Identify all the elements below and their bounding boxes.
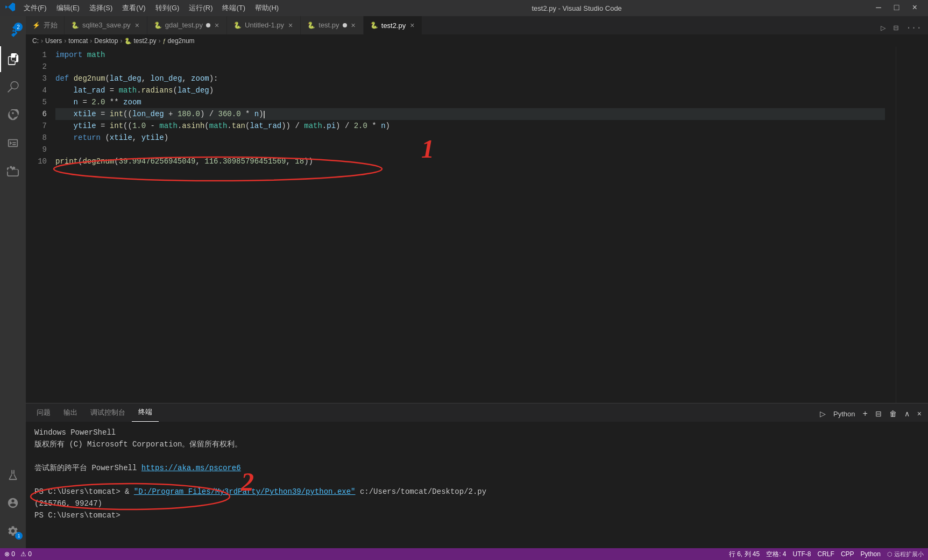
code-line-6: xtile = int((lon_deg + 180.0) / 360.0 * … [55,108,885,120]
status-spaces[interactable]: 空格: 4 [766,550,786,559]
tab-untitled-icon: 🐍 [233,22,242,29]
menu-terminal[interactable]: 终端(T) [218,2,250,14]
minimap-canvas [896,47,928,403]
panel-up-button[interactable]: ∧ [902,408,912,419]
tab-sqlite3-close[interactable]: × [134,20,140,30]
menu-help[interactable]: 帮助(H) [251,2,283,14]
tab-sqlite3-icon: 🐍 [71,22,79,29]
annotation-oval-2 [28,480,232,513]
line-num-6: 6 [26,108,47,120]
main-area: 2 [0,16,928,548]
breadcrumb: C: › Users › tomcat › Desktop › 🐍 test2.… [26,35,928,47]
code-scroll[interactable]: 1 2 3 4 5 6 7 8 9 10 import math [26,47,896,403]
activity-icon-settings[interactable]: 1 [0,518,26,544]
status-line-col[interactable]: 行 6, 列 45 [729,550,760,559]
breadcrumb-file[interactable]: 🐍 test2.py [124,37,156,45]
tab-gdal-close[interactable]: × [214,20,220,30]
minimize-button[interactable]: ─ [870,2,887,14]
activity-bar: 2 [0,16,26,548]
tab-test-label: test.py [318,21,339,29]
git-badge: 2 [14,23,23,31]
code-line-9 [55,144,885,155]
tab-untitled-label: Untitled-1.py [245,21,284,29]
tab-test2-close[interactable]: × [409,20,415,30]
status-cpp[interactable]: CPP [841,550,854,558]
line-num-9: 9 [26,144,47,155]
panel-tab-output[interactable]: 输出 [57,403,84,422]
activity-icon-extensions[interactable] [0,158,26,184]
status-language[interactable]: Python [861,550,881,558]
panel-trash-button[interactable]: 🗑 [887,408,899,419]
menu-view[interactable]: 查看(V) [118,2,150,14]
tab-test2-label: test2.py [381,22,406,30]
tab-untitled-close[interactable]: × [287,20,294,30]
tab-gdal[interactable]: 🐍 gdal_test.py × [147,16,227,34]
breadcrumb-c[interactable]: C: [32,37,39,45]
menu-run[interactable]: 运行(R) [185,2,217,14]
breadcrumb-desktop[interactable]: Desktop [94,37,118,45]
status-eol[interactable]: CRLF [818,550,834,558]
line-num-3: 3 [26,73,47,84]
activity-bar-bottom: 1 [0,462,26,548]
status-warnings[interactable]: ⚠ 0 [20,550,32,558]
vscode-icon [5,2,15,15]
tab-test-close[interactable]: × [350,20,357,30]
maximize-button[interactable]: □ [889,2,905,14]
code-lines[interactable]: import math def deg2num(lat_deg, lon_deg… [55,49,896,167]
tab-sqlite3-label: sqlite3_save.py [82,21,131,29]
code-content: 1 2 3 4 5 6 7 8 9 10 import math [26,47,896,167]
activity-icon-account[interactable] [0,490,26,516]
tab-untitled[interactable]: 🐍 Untitled-1.py × [227,16,301,34]
panel-split-button[interactable]: ⊟ [873,408,884,419]
line-num-1: 1 [26,49,47,61]
menu-goto[interactable]: 转到(G) [151,2,184,14]
activity-icon-explorer[interactable] [0,46,26,72]
panel-tab-terminal[interactable]: 终端 [132,403,159,422]
terminal-content[interactable]: Windows PowerShell 版权所有 (C) Microsoft Co… [26,422,928,548]
panel-close-button[interactable]: × [915,408,924,419]
activity-icon-run[interactable] [0,130,26,156]
panel-python-label: Python [831,409,857,419]
split-editor-button[interactable]: ⊟ [891,22,901,34]
activity-icon-scm[interactable] [0,102,26,128]
titlebar: 文件(F) 编辑(E) 选择(S) 查看(V) 转到(G) 运行(R) 终端(T… [0,0,928,16]
terminal-line-2: 版权所有 (C) Microsoft Corporation。保留所有权利。 [34,438,919,450]
status-errors[interactable]: ⊗ 0 [4,550,15,558]
tab-sqlite3[interactable]: 🐍 sqlite3_save.py × [65,16,147,34]
code-line-4: lat_rad = math.radians(lat_deg) [55,84,885,96]
panel-plus-button[interactable]: + [860,408,869,420]
status-bar: ⊗ 0 ⚠ 0 行 6, 列 45 空格: 4 UTF-8 CRLF CPP P… [0,548,928,560]
close-button[interactable]: × [906,2,923,14]
warning-icon: ⚠ [20,550,26,558]
panel-tabs: 问题 输出 调试控制台 终端 ▷ Python + ⊟ 🗑 ∧ × [26,403,928,422]
run-button[interactable]: ▷ [879,22,888,34]
activity-icon-git[interactable]: 2 [0,18,26,44]
window-title: test2.py - Visual Studio Code [532,4,621,12]
activity-icon-flask[interactable] [0,462,26,488]
breadcrumb-tomcat[interactable]: tomcat [68,37,88,45]
menu-select[interactable]: 选择(S) [85,2,117,14]
status-extras: ⬡ 远程扩展小 [887,550,924,558]
status-encoding[interactable]: UTF-8 [793,550,811,558]
panel-tab-problems[interactable]: 问题 [30,403,57,422]
svg-point-1 [31,484,230,509]
code-line-5: n = 2.0 ** zoom [55,96,885,108]
tab-start[interactable]: ⚡ 开始 [26,16,65,34]
tab-test2-icon: 🐍 [370,22,378,29]
breadcrumb-function[interactable]: ƒ deg2num [162,37,194,45]
activity-icon-search[interactable] [0,74,26,100]
breadcrumb-users[interactable]: Users [45,37,62,45]
menu-file[interactable]: 文件(F) [19,2,51,14]
tab-test[interactable]: 🐍 test.py × [301,16,363,34]
titlebar-left: 文件(F) 编辑(E) 选择(S) 查看(V) 转到(G) 运行(R) 终端(T… [5,2,283,15]
line-num-5: 5 [26,96,47,108]
line-num-2: 2 [26,61,47,73]
tab-test2[interactable]: 🐍 test2.py × [364,16,423,34]
panel-tab-debug[interactable]: 调试控制台 [84,403,132,422]
menu-edit[interactable]: 编辑(E) [52,2,84,14]
tab-gdal-modified [206,23,210,27]
terminal-line-1: Windows PowerShell [34,427,919,438]
more-actions-button[interactable]: ··· [904,22,924,34]
terminal-line-4: 尝试新的跨平台 PowerShell https://aka.ms/pscore… [34,462,919,474]
window-controls: ─ □ × [870,2,923,14]
